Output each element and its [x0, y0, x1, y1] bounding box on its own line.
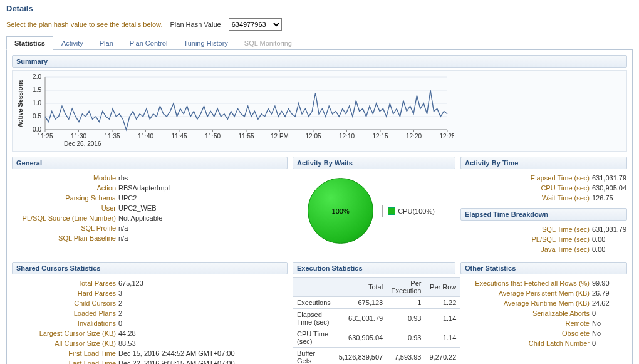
svg-text:Dec 26, 2016: Dec 26, 2016 [64, 140, 101, 147]
kv-row: ActionRBSAdapterImpl [12, 183, 288, 193]
kv-row: Modulerbs [12, 173, 288, 183]
kv-value: 0 [592, 338, 596, 348]
tab-content: Summary 0.00.51.01.52.011:2511:3011:3511… [6, 50, 633, 364]
general-header: General [12, 157, 288, 169]
tab-plan[interactable]: Plan [91, 36, 122, 50]
kv-key: Action [12, 183, 118, 193]
svg-text:Active Sessions: Active Sessions [17, 79, 24, 127]
kv-key: Java Time (sec) [460, 244, 592, 254]
kv-value: 2 [118, 308, 122, 318]
table-cell: 1 [387, 297, 425, 309]
kv-value: 630,905.04 [592, 183, 626, 193]
kv-value: 0 [118, 318, 122, 328]
svg-text:12:05: 12:05 [305, 133, 321, 140]
table-row: Buffer Gets5,126,839,5077,593.939,270.22 [293, 348, 460, 365]
tab-tuning-history[interactable]: Tuning History [175, 36, 236, 50]
kv-row: Parsing SchemaUPC2 [12, 193, 288, 203]
kv-row: Child Cursors2 [12, 298, 288, 308]
kv-value: 631,031.79 [592, 224, 626, 234]
table-row: CPU Time (sec)630,905.040.931.14 [293, 328, 460, 348]
activity-waits-header: Activity By Waits [293, 157, 455, 169]
table-cell: CPU Time (sec) [293, 328, 335, 348]
kv-value: No [592, 318, 601, 328]
kv-row: Average Runtime Mem (KB)24.62 [460, 298, 627, 308]
kv-key: Invalidations [12, 318, 118, 328]
kv-value: Dec 15, 2016 2:44:52 AM GMT+07:00 [118, 348, 235, 358]
kv-row: All Cursor Size (KB)88.53 [12, 338, 288, 348]
legend-swatch-cpu [388, 207, 395, 215]
plan-hash-select[interactable]: 634977963 [229, 18, 282, 31]
kv-key: Total Parses [12, 278, 118, 288]
svg-text:11:30: 11:30 [71, 133, 86, 140]
table-cell: 0.93 [387, 328, 425, 348]
svg-text:12:10: 12:10 [339, 133, 355, 140]
kv-value: Not Applicable [118, 213, 162, 223]
svg-text:0.5: 0.5 [33, 113, 41, 120]
kv-row: Total Parses675,123 [12, 278, 288, 288]
exec-stats-header: Execution Statistics [293, 262, 455, 274]
kv-key: Obsolete [460, 328, 592, 338]
svg-text:1.0: 1.0 [33, 100, 41, 107]
pie-cpu: 100% [308, 178, 373, 244]
kv-value: 0 [592, 308, 596, 318]
table-header: Per Execution [387, 278, 425, 297]
kv-row: Largest Cursor Size (KB)44.28 [12, 328, 288, 338]
kv-value: 0.00 [592, 244, 605, 254]
table-cell: 675,123 [335, 297, 387, 309]
kv-key: Child Cursors [12, 298, 118, 308]
kv-key: SQL Profile [12, 223, 118, 233]
shared-cursors-header: Shared Cursors Statistics [12, 262, 288, 274]
kv-row: Serializable Aborts0 [460, 308, 627, 318]
svg-text:2.0: 2.0 [33, 73, 41, 80]
kv-key: PL/SQL Time (sec) [460, 234, 592, 244]
kv-key: Child Latch Number [460, 338, 592, 348]
kv-row: SQL Profilen/a [12, 223, 288, 233]
table-row: Executions675,12311.22 [293, 297, 460, 309]
table-cell: 1.14 [425, 328, 460, 348]
svg-text:11:50: 11:50 [205, 133, 221, 140]
kv-key: First Load Time [12, 348, 118, 358]
kv-value: 3 [118, 288, 122, 298]
kv-row: Wait Time (sec)126.75 [460, 193, 627, 203]
plan-hash-label: Plan Hash Value [170, 21, 221, 28]
kv-row: SQL Time (sec)631,031.79 [460, 224, 627, 234]
kv-row: Elapsed Time (sec)631,031.79 [460, 173, 627, 183]
kv-row: ObsoleteNo [460, 328, 627, 338]
kv-row: Child Latch Number0 [460, 338, 627, 348]
table-header: Total [335, 278, 387, 297]
svg-text:11:40: 11:40 [138, 133, 153, 140]
kv-key: CPU Time (sec) [460, 183, 592, 193]
tabs: Statistics Activity Plan Plan Control Tu… [6, 36, 633, 50]
elapsed-breakdown-list: SQL Time (sec)631,031.79PL/SQL Time (sec… [460, 223, 627, 259]
kv-value: 0.00 [592, 234, 605, 244]
kv-row: Last Load TimeDec 22, 2016 9:08:15 AM GM… [12, 358, 288, 364]
kv-key: Parsing Schema [12, 193, 118, 203]
pie-label: 100% [332, 207, 350, 215]
kv-value: RBSAdapterImpl [118, 183, 170, 193]
kv-row: CPU Time (sec)630,905.04 [460, 183, 627, 193]
tab-plan-control[interactable]: Plan Control [122, 36, 176, 50]
plan-hash-hint: Select the plan hash value to see the de… [6, 21, 163, 28]
kv-key[interactable]: Executions that Fetched all Rows (%) [460, 278, 592, 288]
tab-statistics[interactable]: Statistics [6, 36, 53, 50]
table-cell: Buffer Gets [293, 348, 335, 365]
kv-value: 24.62 [592, 298, 610, 308]
table-cell: 7,593.93 [387, 348, 425, 365]
kv-row: First Load TimeDec 15, 2016 2:44:52 AM G… [12, 348, 288, 358]
svg-text:1.5: 1.5 [33, 86, 41, 93]
kv-key: PL/SQL Source (Line Number) [12, 213, 118, 223]
kv-key: User [12, 203, 118, 213]
kv-row: Hard Parses3 [12, 288, 288, 298]
kv-row: Loaded Plans2 [12, 308, 288, 318]
kv-row: Java Time (sec)0.00 [460, 244, 627, 254]
elapsed-breakdown-header: Elapsed Time Breakdown [460, 208, 627, 221]
active-sessions-chart: 0.00.51.01.52.011:2511:3011:3511:4011:45… [15, 73, 454, 148]
tab-activity[interactable]: Activity [53, 36, 91, 50]
kv-value: 44.28 [118, 328, 136, 338]
table-cell: 5,126,839,507 [335, 348, 387, 365]
other-stats-list: Executions that Fetched all Rows (%)99.9… [460, 277, 627, 353]
kv-row: Executions that Fetched all Rows (%)99.9… [460, 278, 627, 288]
table-header [293, 278, 335, 297]
svg-text:11:25: 11:25 [37, 133, 53, 140]
general-list: ModulerbsActionRBSAdapterImplParsing Sch… [12, 172, 288, 248]
